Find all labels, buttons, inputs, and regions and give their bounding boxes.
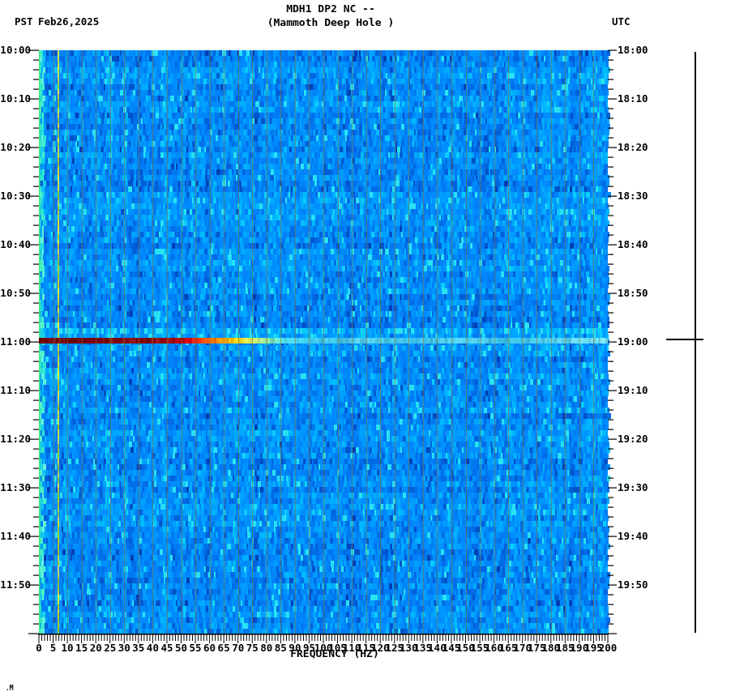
pst-time-label: 11:50 — [0, 579, 31, 591]
pst-time-label: 11:40 — [0, 531, 31, 542]
pst-time-label: 10:50 — [0, 288, 31, 299]
utc-time-label: 19:40 — [618, 531, 648, 542]
amplitude-scale-tick — [666, 339, 703, 340]
pst-time-label: 10:40 — [0, 239, 31, 250]
pst-time-label: 11:00 — [0, 336, 31, 348]
pst-time-label: 10:20 — [0, 142, 31, 153]
utc-time-label: 18:10 — [618, 93, 648, 105]
title-block: MDH1 DP2 NC -- (Mammoth Deep Hole ) — [39, 2, 622, 29]
utc-time-label: 19:50 — [618, 579, 648, 591]
utc-time-label: 19:30 — [618, 482, 648, 493]
corner-watermark: .M — [6, 685, 14, 692]
pst-time-label: 10:00 — [0, 45, 31, 56]
station-title: MDH1 DP2 NC -- — [39, 2, 622, 15]
utc-time-label: 19:00 — [618, 336, 648, 348]
pst-time-label: 10:30 — [0, 190, 31, 202]
frequency-axis-title: FREQUENCY (HZ) — [0, 647, 669, 659]
utc-time-label: 19:10 — [618, 385, 648, 396]
pst-time-label: 11:30 — [0, 482, 31, 493]
utc-time-label: 18:50 — [618, 288, 648, 299]
timezone-left-label: PST — [15, 16, 33, 28]
utc-time-label: 18:40 — [618, 239, 648, 250]
spectrogram-canvas — [0, 0, 731, 700]
station-subtitle: (Mammoth Deep Hole ) — [39, 15, 622, 29]
utc-time-label: 18:30 — [618, 190, 648, 202]
pst-time-label: 11:10 — [0, 385, 31, 396]
pst-time-label: 10:10 — [0, 93, 31, 105]
utc-time-label: 19:20 — [618, 433, 648, 445]
utc-time-label: 18:20 — [618, 142, 648, 153]
pst-time-label: 11:20 — [0, 433, 31, 445]
amplitude-scale-line — [695, 52, 696, 633]
utc-time-label: 18:00 — [618, 45, 648, 56]
